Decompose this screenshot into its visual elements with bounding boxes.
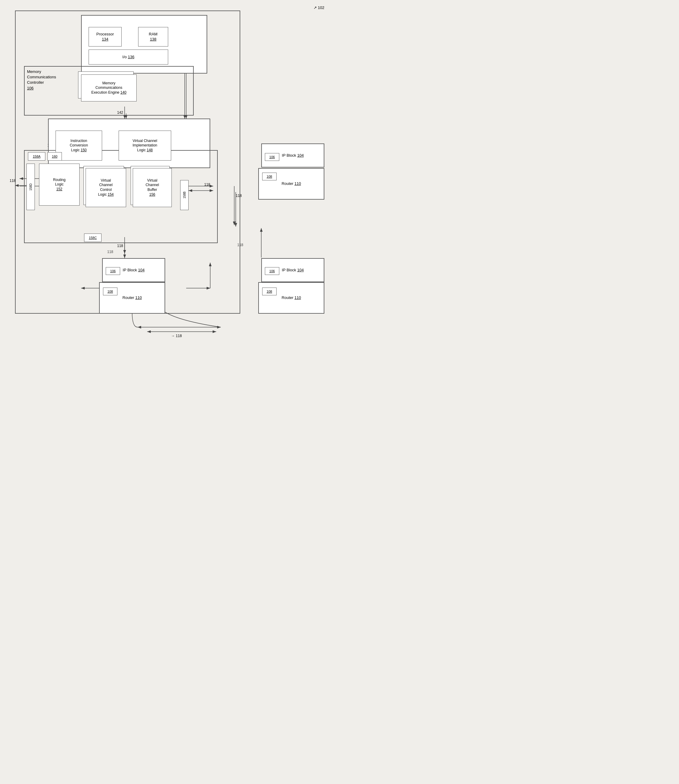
ref106-br-box: 106 — [265, 267, 279, 275]
router-bl-box: Router 110 — [99, 282, 165, 314]
ram-box: RAM138 — [138, 27, 168, 47]
mem-exec-engine-2: MemoryCommunicationsExecution Engine 140 — [81, 75, 137, 102]
ref106-bl-box: 106 — [106, 267, 120, 275]
ref158B-box: 158B — [180, 180, 189, 210]
io-box: I/o 136 — [89, 50, 168, 64]
ref158D-box: 158D — [27, 164, 35, 210]
ref160-box: 160 — [47, 152, 62, 161]
vcil-box: Virtual ChannelImplementationLogic 148 — [119, 131, 171, 161]
ref-102: ↗ 102 — [313, 5, 324, 11]
ref108-tr-box: 108 — [262, 173, 277, 180]
ref-118-rt-label: 118 — [236, 194, 242, 198]
diagram: ↗ 102 IP Block IP Block 104 Processor134… — [0, 0, 340, 392]
ref158A-box: 158A — [28, 152, 45, 161]
vc-ctrl-box: VirtualChannelControlLogic 154 — [86, 168, 126, 207]
ref-118-bc-label: 118 — [117, 244, 123, 248]
ref158C-box: 158C — [84, 234, 102, 242]
instr-conv-box: InstructionConversionLogic 150 — [56, 131, 102, 161]
ref-118-bottom-horiz-label: → 118 — [171, 334, 182, 339]
processor-box: Processor134 — [89, 27, 122, 47]
ref-118-left-label: 118 — [9, 179, 16, 183]
vc-buf-box: VirtualChannelBuffer156 — [133, 168, 172, 207]
ref108-bl-box: 108 — [103, 287, 117, 295]
routing-logic-box: RoutingLogic152 — [39, 164, 80, 206]
router-br-box: Router 110 — [258, 282, 324, 314]
ref106-tr-box: 106 — [265, 153, 279, 161]
ref108-br-box: 108 — [262, 287, 277, 295]
